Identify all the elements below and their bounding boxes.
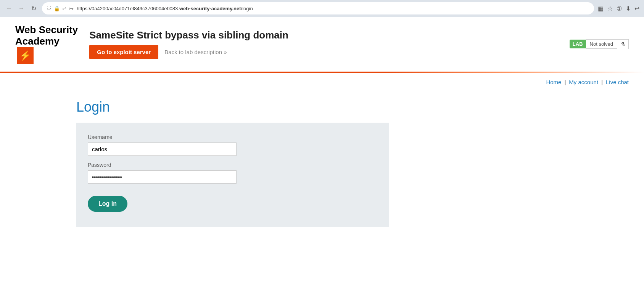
url-prefix: https://0a4200ac04d071ef849c3706004e0083…	[77, 6, 179, 11]
logo-line2: Academy⚡	[15, 36, 78, 64]
shield-icon: 🛡	[47, 6, 52, 11]
split-icon: ⇌	[62, 6, 66, 11]
login-title: Login	[76, 99, 568, 115]
url-path: /login	[241, 6, 253, 11]
site-nav: Home | My account | Live chat	[0, 73, 644, 91]
username-group: Username	[88, 134, 378, 156]
logo-line1: Web Security	[15, 24, 78, 36]
url-display: https://0a4200ac04d071ef849c3706004e0083…	[77, 6, 589, 11]
download-icon[interactable]: ⬇	[626, 5, 631, 12]
password-input[interactable]	[88, 170, 237, 184]
url-domain: web-security-academy.net	[179, 6, 241, 11]
lab-badge: LAB	[570, 40, 586, 48]
header-title-area: SameSite Strict bypass via sibling domai…	[89, 29, 558, 59]
qr-icon[interactable]: ▦	[598, 5, 604, 12]
login-button[interactable]: Log in	[88, 196, 127, 212]
flask-button[interactable]: ⚗	[617, 39, 629, 49]
lab-status-area: LAB Not solved ⚗	[570, 39, 629, 49]
lab-title: SameSite Strict bypass via sibling domai…	[89, 29, 558, 41]
nav-home[interactable]: Home	[546, 79, 561, 85]
login-section: Login Username Password Log in	[0, 91, 644, 242]
lightning-icon: ⚡	[19, 50, 31, 61]
password-label: Password	[88, 162, 378, 168]
login-form-box: Username Password Log in	[76, 123, 389, 227]
forward-button[interactable]: →	[17, 4, 26, 13]
key-icon: 🗝	[69, 6, 74, 11]
nav-sep-1: |	[564, 79, 566, 85]
back-to-lab-link[interactable]: Back to lab description	[164, 49, 227, 55]
nav-buttons: ← → ↻	[5, 4, 38, 13]
nav-live-chat[interactable]: Live chat	[606, 79, 629, 85]
password-group: Password	[88, 162, 378, 184]
extensions-icon[interactable]: ①	[617, 5, 622, 12]
header-actions: Go to exploit server Back to lab descrip…	[89, 45, 558, 59]
reload-button[interactable]: ↻	[29, 4, 38, 13]
logo: Web Security Academy⚡	[15, 24, 78, 64]
logo-text: Web Security Academy⚡	[15, 24, 78, 64]
history-icon[interactable]: ↩	[634, 5, 639, 12]
nav-sep-2: |	[601, 79, 603, 85]
security-icons: 🛡 🔒 ⇌ 🗝	[47, 6, 74, 11]
star-icon[interactable]: ☆	[607, 5, 613, 12]
address-bar[interactable]: 🛡 🔒 ⇌ 🗝 https://0a4200ac04d071ef849c3706…	[42, 2, 594, 14]
logo-icon-box: ⚡	[17, 47, 34, 64]
browser-right-icons: ▦ ☆ ① ⬇ ↩	[598, 5, 639, 12]
nav-my-account[interactable]: My account	[569, 79, 598, 85]
main-content: Home | My account | Live chat Login User…	[0, 73, 644, 242]
exploit-server-button[interactable]: Go to exploit server	[89, 45, 158, 59]
browser-chrome: ← → ↻ 🛡 🔒 ⇌ 🗝 https://0a4200ac04d071ef84…	[0, 0, 644, 17]
page-header: Web Security Academy⚡ SameSite Strict by…	[0, 17, 644, 72]
not-solved-badge: Not solved	[586, 39, 617, 49]
lock-icon: 🔒	[54, 6, 60, 11]
username-input[interactable]	[88, 142, 237, 156]
username-label: Username	[88, 134, 378, 140]
back-button[interactable]: ←	[5, 4, 14, 13]
flask-icon: ⚗	[620, 41, 625, 47]
